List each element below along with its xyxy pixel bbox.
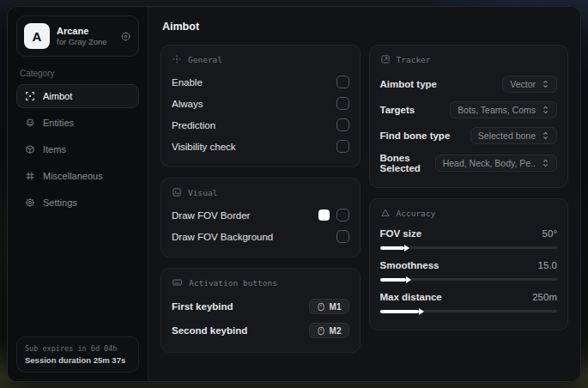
setting-label: First keybind: [172, 301, 233, 312]
targets-dropdown[interactable]: Bots, Teams, Coms: [450, 101, 557, 118]
game-background: A Arcane for Gray Zone Category: [0, 0, 588, 388]
visibility-check-checkbox[interactable]: [336, 140, 349, 153]
app-logo: A: [24, 23, 50, 49]
general-card-header: General: [172, 54, 349, 64]
find-bone-type-dropdown[interactable]: Selected bone: [470, 127, 557, 144]
setting-label: Max distance: [380, 292, 442, 302]
section-title: General: [188, 55, 222, 64]
dropdown-value: Selected bone: [478, 130, 536, 141]
gear-icon[interactable]: [120, 31, 131, 42]
sidebar-item-label: Miscellaneous: [43, 171, 103, 181]
second-keybind-button[interactable]: M2: [309, 323, 349, 338]
setting-label: Bones Selected: [380, 153, 435, 173]
setting-label: Visibility check: [172, 142, 236, 152]
sidebar-item-miscellaneous[interactable]: Miscellaneous: [16, 164, 139, 188]
keybind-value: M2: [330, 326, 342, 336]
setting-row-second-keybind: Second keybind M2: [172, 318, 349, 343]
settings-gear-icon: [25, 197, 35, 208]
keybind-value: M1: [330, 302, 342, 312]
sidebar-item-settings[interactable]: Settings: [16, 191, 139, 215]
tracker-card: Tracker Aimbot type Vector: [369, 45, 569, 188]
category-label: Category: [20, 69, 136, 78]
slider-fill[interactable]: [380, 310, 419, 313]
mouse-icon: [317, 302, 325, 312]
setting-label: Always: [172, 99, 203, 109]
fov-size-slider[interactable]: [380, 246, 558, 249]
sub-expires-text: Sub expires in 6d 04h: [25, 344, 130, 353]
selector-icon: [542, 80, 549, 88]
setting-row-fov-background: Draw FOV Background: [172, 226, 349, 247]
slider-value: 250m: [532, 292, 557, 302]
app-subtitle: for Gray Zone: [57, 37, 107, 46]
activation-buttons-card: Activation buttons First keybind: [161, 268, 361, 353]
bones-selected-dropdown[interactable]: Head, Neck, Body, Pe..: [435, 155, 557, 172]
selector-icon: [542, 106, 549, 114]
section-title: Tracker: [397, 55, 431, 64]
setting-row-visibility-check: Visibility check: [172, 136, 349, 157]
sliders-icon: [25, 171, 35, 181]
setting-row-prediction: Prediction: [172, 114, 349, 136]
setting-row-fov-border: Draw FOV Border: [172, 204, 349, 226]
always-checkbox[interactable]: [336, 97, 349, 110]
fov-border-checkbox[interactable]: [336, 209, 349, 221]
brand-text: Arcane for Gray Zone: [57, 26, 107, 46]
box-icon: [25, 144, 35, 155]
slider-value: 50°: [543, 228, 557, 239]
section-title: Accuracy: [397, 209, 436, 218]
sidebar-item-entities[interactable]: Entities: [16, 111, 139, 135]
setting-row-always: Always: [172, 93, 349, 114]
setting-label: Aimbot type: [380, 79, 437, 89]
sidebar-item-items[interactable]: Items: [16, 137, 139, 161]
mouse-icon: [317, 326, 325, 336]
crosshair-icon: [25, 91, 35, 101]
fov-size-slider-group: FOV size 50°: [380, 225, 558, 257]
setting-label: Prediction: [172, 120, 215, 130]
smoothness-slider-group: Smoothness 15.0: [380, 257, 558, 288]
right-column: Tracker Aimbot type Vector: [369, 45, 569, 330]
setting-row-targets: Targets Bots, Teams, Coms: [380, 97, 558, 123]
setting-label: Enable: [172, 77, 203, 88]
setting-row-bones-selected: Bones Selected Head, Neck, Body, Pe..: [380, 149, 558, 178]
first-keybind-button[interactable]: M1: [309, 299, 349, 314]
smoothness-slider[interactable]: [380, 278, 558, 281]
setting-label: Targets: [380, 105, 415, 115]
setting-row-enable: Enable: [172, 71, 349, 93]
accuracy-card-header: Accuracy: [380, 208, 558, 218]
subscription-card: Sub expires in 6d 04h Session duration 2…: [16, 336, 139, 373]
enable-checkbox[interactable]: [336, 76, 349, 88]
tracker-card-header: Tracker: [380, 54, 558, 64]
setting-label: Second keybind: [172, 325, 247, 336]
slider-fill[interactable]: [380, 278, 407, 282]
app-name: Arcane: [57, 26, 107, 36]
sidebar-nav: Aimbot Entities: [16, 84, 139, 215]
activation-card-header: Activation buttons: [172, 277, 349, 288]
setting-label: Draw FOV Border: [172, 210, 250, 221]
setting-label: Draw FOV Background: [172, 232, 273, 242]
crosshair-icon: [172, 54, 182, 64]
main-panel: Aimbot General: [149, 7, 580, 381]
fov-background-checkbox[interactable]: [336, 230, 349, 243]
visual-card-header: Visual: [172, 187, 349, 197]
section-title: Activation buttons: [189, 278, 277, 288]
sidebar-item-label: Aimbot: [43, 91, 72, 101]
fov-border-color-swatch[interactable]: [318, 209, 330, 221]
aimbot-type-dropdown[interactable]: Vector: [502, 76, 557, 93]
visual-card: Visual Draw FOV Border Draw FOV Backgrou…: [161, 178, 361, 258]
selector-icon: [542, 131, 549, 140]
max-distance-slider[interactable]: [380, 310, 558, 312]
setting-label: FOV size: [380, 228, 422, 239]
sidebar-item-label: Items: [43, 144, 66, 155]
dropdown-value: Head, Neck, Body, Pe..: [443, 158, 536, 168]
entities-icon: [25, 118, 35, 128]
prediction-checkbox[interactable]: [336, 118, 349, 131]
max-distance-slider-group: Max distance 250m: [380, 288, 558, 320]
sidebar-item-label: Entities: [43, 118, 74, 128]
slider-fill[interactable]: [380, 246, 405, 250]
sidebar-item-aimbot[interactable]: Aimbot: [16, 84, 139, 108]
settings-columns: General Enable Always Prediction: [161, 45, 568, 353]
brand-card: A Arcane for Gray Zone: [16, 15, 139, 57]
left-column: General Enable Always Prediction: [161, 45, 361, 353]
sidebar: A Arcane for Gray Zone Category: [8, 7, 149, 381]
session-duration-text: Session duration 25m 37s: [25, 355, 130, 365]
keyboard-icon: [172, 277, 183, 288]
